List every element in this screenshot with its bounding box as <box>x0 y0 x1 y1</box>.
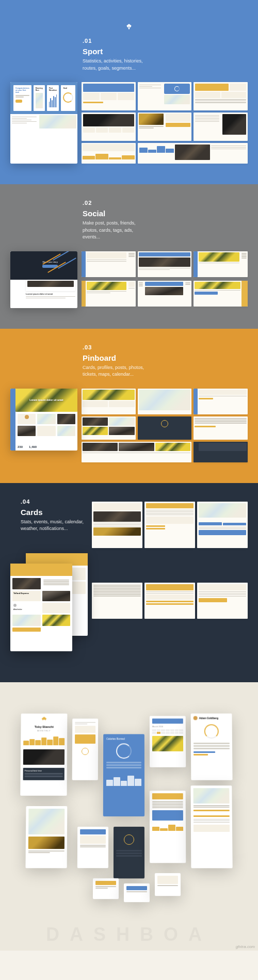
thumb <box>82 82 136 110</box>
thumb <box>138 143 248 164</box>
iso-card: Calories Burned <box>103 734 144 816</box>
section-sport: .01 Sport Statistics, activities, histor… <box>0 0 258 184</box>
iso-card <box>114 826 144 878</box>
thumb <box>194 281 248 307</box>
thumb <box>82 251 136 277</box>
iso-card: Toby Bianchi MONTHLY Personal best time <box>20 713 67 795</box>
thumb <box>82 416 136 440</box>
sidebar <box>10 389 15 451</box>
thumb <box>92 583 142 619</box>
cards-feature-mockup: Telford Express Artichoke <box>10 558 88 651</box>
iso-card <box>150 791 186 863</box>
section-desc: Stats, events, music, calendar, weather,… <box>21 519 88 533</box>
section-pinboard: .03 Pinboard Cards, profiles, posts, pho… <box>0 329 258 483</box>
sport-card: First Marathon <box>47 85 59 111</box>
thumb <box>82 442 191 462</box>
site-watermark: gfxtra.com <box>236 944 255 949</box>
thumb <box>194 251 248 277</box>
thumb <box>82 281 136 307</box>
section-social: .02 Social Make post, posts, friends, ph… <box>0 184 258 329</box>
thumb <box>144 502 195 548</box>
section-number: .01 <box>83 38 248 44</box>
brand-logo-icon <box>125 23 133 30</box>
pinboard-feature-mockup: Lorem ipsum dolor sit amet 230 1,490 <box>10 389 77 451</box>
mockup-area: Share your story Lorem ipsum dolor sit a… <box>10 251 248 308</box>
sport-card: Congratulations on your first time <box>13 85 31 111</box>
section-title: Sport <box>83 47 248 56</box>
iso-card <box>124 883 150 902</box>
logo-row <box>10 15 248 38</box>
section-header: .03 Pinboard Cards, profiles, posts, pho… <box>83 344 248 378</box>
thumb <box>194 416 248 440</box>
thumb <box>82 113 136 141</box>
thumb <box>197 502 248 548</box>
iso-collage: Toby Bianchi MONTHLY Personal best time … <box>10 713 248 909</box>
mockup-area: Telford Express Artichoke <box>10 543 248 651</box>
iso-card <box>25 806 67 868</box>
iso-card: Adam Goldberg <box>191 713 233 780</box>
sport-card: Morning Run <box>34 85 45 111</box>
thumb <box>92 502 142 548</box>
iso-card: March 2016 <box>150 716 186 767</box>
thumb <box>138 389 192 414</box>
mockup-area: Congratulations on your first time Morni… <box>10 82 248 164</box>
section-collage: Toby Bianchi MONTHLY Personal best time … <box>0 682 258 951</box>
pin-stats: 230 1,490 <box>18 445 37 448</box>
thumb <box>144 583 195 619</box>
section-cards: .04 Cards Stats, events, music, calendar… <box>0 483 258 682</box>
section-title: Pinboard <box>83 354 248 362</box>
thumb <box>194 113 248 141</box>
thumb <box>194 442 248 462</box>
section-header: .02 Social Make post, posts, friends, ph… <box>83 200 248 241</box>
thumb <box>138 113 192 141</box>
thumb <box>194 389 248 414</box>
section-desc: Statistics, activities, histories, route… <box>83 58 150 72</box>
section-header: .01 Sport Statistics, activities, histor… <box>83 38 248 72</box>
iso-card <box>77 826 108 867</box>
watermark-text: DASHBOA <box>0 924 258 945</box>
section-desc: Cards, profiles, posts, photos, tickets,… <box>83 364 150 378</box>
social-feature-mockup: Share your story Lorem ipsum dolor sit a… <box>10 251 77 308</box>
thumb <box>82 143 136 164</box>
section-desc: Make post, posts, friends, photos, cards… <box>83 220 150 241</box>
iso-card <box>155 873 181 895</box>
iso-card <box>93 878 119 898</box>
thumb <box>138 281 192 307</box>
section-number: .03 <box>83 344 248 350</box>
sport-feature-mockup: Congratulations on your first time Morni… <box>10 82 77 164</box>
section-title: Social <box>83 209 248 218</box>
thumb <box>82 389 136 414</box>
thumb <box>194 82 248 110</box>
iso-card <box>72 718 98 780</box>
thumb <box>197 583 248 619</box>
sport-card: Goal <box>61 85 75 111</box>
iso-card <box>191 785 233 868</box>
thumb <box>138 416 192 440</box>
section-number: .02 <box>83 200 248 206</box>
thumb <box>138 82 192 110</box>
thumb <box>138 251 192 277</box>
mockup-area: Lorem ipsum dolor sit amet 230 1,490 <box>10 389 248 462</box>
